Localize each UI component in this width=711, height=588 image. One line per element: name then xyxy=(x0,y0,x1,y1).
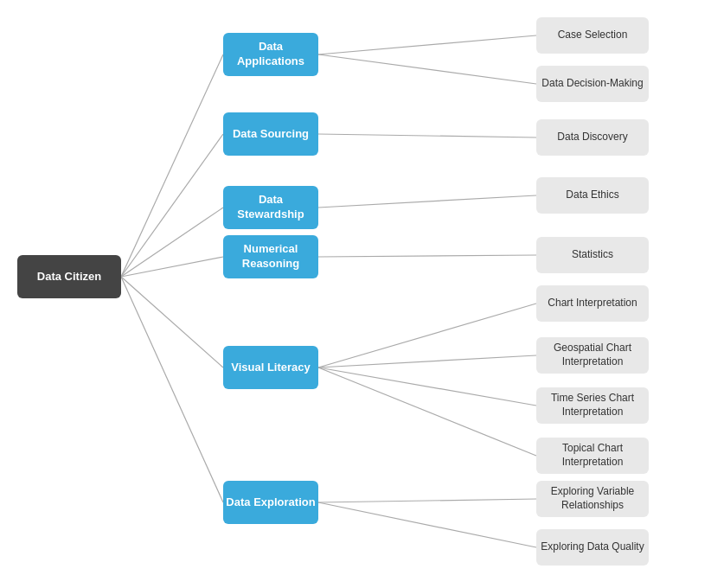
svg-line-13 xyxy=(318,368,536,406)
mid-node-visual-literacy: Visual Literacy xyxy=(223,346,318,389)
mid-label-data-stewardship: DataStewardship xyxy=(237,193,304,222)
mid-label-data-applications: DataApplications xyxy=(237,40,304,69)
leaf-label-data-ethics: Data Ethics xyxy=(566,189,618,202)
svg-line-16 xyxy=(318,502,536,547)
svg-line-9 xyxy=(318,195,536,208)
leaf-label-case-selection: Case Selection xyxy=(558,29,628,42)
mid-label-numerical-reasoning: NumericalReasoning xyxy=(242,242,299,272)
leaf-label-statistics: Statistics xyxy=(572,248,613,262)
leaf-node-case-selection: Case Selection xyxy=(536,17,649,54)
leaf-node-chart-interpretation: Chart Interpretation xyxy=(536,285,649,322)
mid-node-data-sourcing: Data Sourcing xyxy=(223,112,318,156)
leaf-node-data-ethics: Data Ethics xyxy=(536,177,649,214)
svg-line-0 xyxy=(121,54,223,277)
mid-node-data-applications: DataApplications xyxy=(223,33,318,76)
svg-line-10 xyxy=(318,255,536,257)
diagram: Data Citizen DataApplications Data Sourc… xyxy=(0,0,711,588)
leaf-node-time-series: Time Series Chart Interpretation xyxy=(536,387,649,424)
leaf-label-exploring-variable: Exploring Variable Relationships xyxy=(536,485,649,512)
leaf-node-geospatial: Geospatial Chart Interpretation xyxy=(536,337,649,374)
leaf-label-geospatial: Geospatial Chart Interpretation xyxy=(536,342,649,368)
leaf-label-topical: Topical Chart Interpretation xyxy=(536,442,649,469)
svg-line-8 xyxy=(318,134,536,137)
svg-line-15 xyxy=(318,499,536,502)
svg-line-4 xyxy=(121,277,223,368)
root-node: Data Citizen xyxy=(17,255,121,298)
svg-line-12 xyxy=(318,355,536,368)
svg-line-2 xyxy=(121,208,223,277)
mid-node-data-exploration: Data Exploration xyxy=(223,481,318,524)
leaf-node-data-discovery: Data Discovery xyxy=(536,119,649,156)
svg-line-7 xyxy=(318,54,536,84)
svg-line-3 xyxy=(121,257,223,277)
leaf-node-exploring-variable: Exploring Variable Relationships xyxy=(536,481,649,517)
svg-line-5 xyxy=(121,277,223,502)
svg-line-11 xyxy=(318,304,536,368)
leaf-node-statistics: Statistics xyxy=(536,237,649,273)
leaf-node-exploring-data-quality: Exploring Data Quality xyxy=(536,529,649,566)
leaf-label-chart-interpretation: Chart Interpretation xyxy=(548,297,637,310)
mid-label-data-exploration: Data Exploration xyxy=(226,495,315,510)
root-label: Data Citizen xyxy=(37,270,101,284)
mid-label-data-sourcing: Data Sourcing xyxy=(233,127,309,142)
leaf-label-data-decision-making: Data Decision-Making xyxy=(541,77,643,91)
leaf-node-topical: Topical Chart Interpretation xyxy=(536,438,649,474)
leaf-node-data-decision-making: Data Decision-Making xyxy=(536,66,649,102)
svg-line-6 xyxy=(318,35,536,54)
svg-line-1 xyxy=(121,134,223,277)
leaf-label-time-series: Time Series Chart Interpretation xyxy=(536,392,649,419)
svg-line-14 xyxy=(318,368,536,456)
mid-node-numerical-reasoning: NumericalReasoning xyxy=(223,235,318,278)
mid-label-visual-literacy: Visual Literacy xyxy=(231,361,311,375)
leaf-label-data-discovery: Data Discovery xyxy=(557,131,627,144)
mid-node-data-stewardship: DataStewardship xyxy=(223,186,318,229)
leaf-label-exploring-data-quality: Exploring Data Quality xyxy=(541,540,644,554)
